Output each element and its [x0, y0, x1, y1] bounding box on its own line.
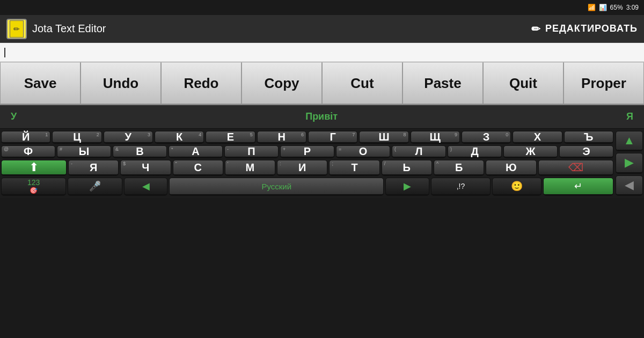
punct-label: ,!? [457, 182, 465, 190]
right-arrow-icon: ▶ [404, 180, 411, 192]
suggestions-bar: У Привіт Я [0, 105, 644, 129]
redo-button[interactable]: Redo [161, 62, 241, 104]
enter-icon: ↵ [574, 180, 582, 192]
key-row-2: @ Ф # Ы & В * А - П [1, 145, 613, 158]
save-button[interactable]: Save [0, 62, 80, 104]
key-row-bottom: 123 🎯 🎤 ◀ Русский ▶ ,!? [1, 178, 613, 196]
key-ч[interactable]: $ Ч [120, 160, 171, 176]
key-к[interactable]: 4 К [155, 131, 204, 144]
enter-key[interactable]: ↵ [543, 178, 613, 196]
emoji-icon: 🙂 [511, 180, 523, 192]
key-е[interactable]: 5 Е [206, 131, 255, 144]
key-row-3: ⬆ - Я $ Ч " С ' М : [1, 160, 613, 176]
key-с[interactable]: " С [173, 160, 223, 176]
key-ф[interactable]: @ Ф [1, 145, 55, 158]
space-key[interactable]: Русский [169, 178, 384, 196]
suggestion-middle[interactable]: Привіт [305, 111, 338, 122]
key-б[interactable]: ^ Б [434, 160, 484, 176]
suggestion-right[interactable]: Я [626, 111, 633, 122]
text-input-area[interactable] [0, 43, 644, 62]
key-ъ[interactable]: Ъ [564, 131, 613, 144]
properties-button[interactable]: Proper [564, 62, 644, 104]
paste-button[interactable]: Paste [402, 62, 483, 104]
text-cursor [4, 48, 5, 57]
key-о[interactable]: = О [336, 145, 390, 158]
toolbar: Save Undo Redo Copy Cut Paste Quit Prope… [0, 62, 644, 105]
right-arrow-bottom-key[interactable]: ▶ [385, 178, 429, 196]
time-display: 3:09 [626, 4, 639, 11]
key-а[interactable]: * А [169, 145, 223, 158]
key-т[interactable]: ; Т [329, 160, 379, 176]
wifi-icon: 📶 [588, 4, 596, 11]
key-м[interactable]: ' М [225, 160, 275, 176]
keyboard-main: 1 Й 2 Ц 3 У 4 К 5 Е [0, 129, 614, 198]
status-icons: 📶 📊 65% 3:09 [588, 4, 639, 11]
key-г[interactable]: 7 Г [308, 131, 357, 144]
app-icon [6, 19, 27, 39]
key-л[interactable]: ( Л [392, 145, 446, 158]
title-bar: Jota Text Editor ✏ РЕДАКТИРОВАТЬ [0, 15, 644, 43]
edit-button[interactable]: ✏ РЕДАКТИРОВАТЬ [531, 23, 638, 35]
undo-button[interactable]: Undo [80, 62, 161, 104]
cut-button[interactable]: Cut [322, 62, 402, 104]
app-title: Jota Text Editor [32, 23, 106, 35]
side-keys-right: ▲ ▶ ◀ [614, 129, 644, 198]
right-arrow-key[interactable]: ▶ [616, 153, 643, 173]
battery-indicator: 65% [610, 4, 623, 11]
key-и[interactable]: : И [277, 160, 327, 176]
key-я[interactable]: - Я [68, 160, 119, 176]
up-arrow-key[interactable]: ▲ [616, 131, 643, 151]
signal-icon: 📊 [599, 4, 607, 11]
key-п[interactable]: - П [224, 145, 279, 158]
punct-key[interactable]: ,!? [431, 178, 491, 196]
num-label-2: 🎯 [30, 187, 38, 194]
key-ш[interactable]: 8 Ш [359, 131, 408, 144]
keyboard-with-sides: 1 Й 2 Ц 3 У 4 К 5 Е [0, 129, 644, 198]
backspace-key[interactable]: ⌫ [538, 160, 613, 176]
key-н[interactable]: 6 Н [257, 131, 306, 144]
num-label: 123 [27, 178, 40, 187]
edit-label: РЕДАКТИРОВАТЬ [545, 23, 638, 34]
key-в[interactable]: & В [113, 145, 167, 158]
key-з[interactable]: 0 З [462, 131, 511, 144]
copy-button[interactable]: Copy [241, 62, 322, 104]
mic-icon: 🎤 [89, 180, 101, 192]
down-left-key[interactable]: ◀ [616, 175, 643, 196]
suggestion-left[interactable]: У [11, 111, 17, 122]
keyboard-area: У Привіт Я 1 Й 2 Ц 3 У 4 [0, 105, 644, 198]
shift-arrow-icon: ⬆ [29, 160, 39, 174]
key-ы[interactable]: # Ы [57, 145, 111, 158]
key-х[interactable]: Х [513, 131, 562, 144]
quit-button[interactable]: Quit [483, 62, 564, 104]
backspace-icon: ⌫ [568, 161, 583, 174]
key-й[interactable]: 1 Й [1, 131, 50, 144]
key-д[interactable]: ) Д [448, 145, 502, 158]
title-left: Jota Text Editor [6, 19, 106, 39]
left-arrow-bottom-key[interactable]: ◀ [124, 178, 168, 196]
key-э[interactable]: Э [559, 145, 613, 158]
shift-key[interactable]: ⬆ [1, 160, 67, 176]
emoji-key[interactable]: 🙂 [492, 178, 541, 196]
key-щ[interactable]: 9 Щ [411, 131, 460, 144]
status-bar: 📶 📊 65% 3:09 [0, 0, 644, 15]
key-ю[interactable]: Ю [486, 160, 536, 176]
key-у[interactable]: 3 У [104, 131, 153, 144]
key-ь[interactable]: / Ь [382, 160, 432, 176]
left-arrow-icon: ◀ [142, 180, 150, 192]
mic-key[interactable]: 🎤 [68, 178, 122, 196]
key-ц[interactable]: 2 Ц [52, 131, 101, 144]
key-ж[interactable]: Ж [503, 145, 558, 158]
pencil-icon: ✏ [531, 23, 541, 35]
key-р[interactable]: + Р [280, 145, 334, 158]
key-row-1: 1 Й 2 Ц 3 У 4 К 5 Е [1, 131, 613, 144]
language-label: Русский [261, 182, 291, 191]
num-key[interactable]: 123 🎯 [1, 178, 66, 196]
